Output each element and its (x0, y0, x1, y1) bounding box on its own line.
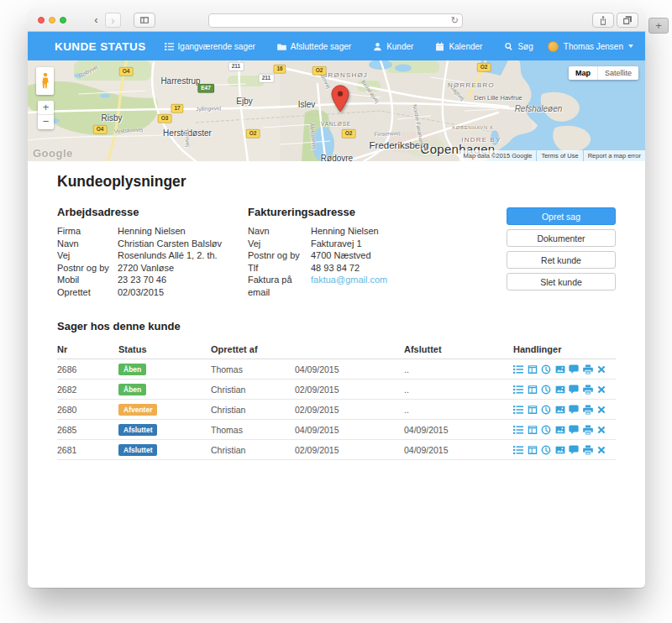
opret-sag-button[interactable]: Opret sag (507, 207, 616, 225)
nav-item-user[interactable]: Kunder (373, 42, 413, 51)
details-icon[interactable] (513, 364, 523, 374)
sidebar-toggle-button[interactable] (134, 13, 155, 28)
time-icon[interactable] (541, 445, 551, 455)
new-tab-button[interactable]: + (648, 18, 669, 34)
map-data-credit: Map data ©2015 Google (459, 150, 537, 161)
details-icon[interactable] (513, 445, 523, 455)
zoom-in-button[interactable]: + (38, 101, 54, 115)
print-icon[interactable] (583, 364, 593, 374)
share-button[interactable] (592, 13, 614, 28)
invoice-icon[interactable] (528, 385, 538, 395)
address-value: Henning Nielsen (118, 225, 186, 238)
column-header: Status (118, 344, 211, 354)
delete-icon[interactable] (596, 425, 606, 435)
comments-icon[interactable] (569, 405, 579, 415)
nav-item-search[interactable]: Søg (504, 42, 533, 51)
case-created-date: 02/09/2015 (295, 405, 404, 415)
reload-icon[interactable]: ↻ (451, 15, 459, 26)
print-icon[interactable] (583, 405, 593, 415)
details-icon[interactable] (513, 385, 523, 395)
zoom-out-button[interactable]: − (38, 115, 54, 129)
map-type-control: Map Satellite (569, 66, 638, 80)
case-created-date: 04/09/2015 (295, 425, 404, 435)
minimize-window-button[interactable] (49, 17, 55, 24)
case-created-date: 02/09/2015 (295, 445, 404, 455)
nav-item-label: Kalender (449, 42, 482, 51)
address-row: Postnr og by2720 Vanløse (57, 262, 248, 275)
close-window-button[interactable] (38, 17, 45, 24)
work-address-title: Arbejdsadresse (57, 206, 248, 218)
time-icon[interactable] (541, 405, 551, 415)
tasks-icon (165, 42, 174, 51)
address-row: NavnHenning Nielsen (248, 225, 435, 238)
dokumenter-button[interactable]: Dokumenter (507, 229, 616, 247)
brand-logo[interactable]: KUNDE STATUS (55, 40, 146, 53)
time-icon[interactable] (541, 425, 551, 435)
details-icon[interactable] (513, 425, 523, 435)
email-link[interactable]: faktua@gmail.com (311, 274, 387, 298)
terms-of-use-link[interactable]: Terms of Use (537, 150, 582, 161)
map-canvas[interactable]: CopenhagenFrederiksbergHarrestrupEjbyIsl… (28, 60, 645, 161)
photos-icon[interactable] (555, 405, 565, 415)
map-marker-pin[interactable] (331, 85, 349, 113)
delete-icon[interactable] (596, 385, 606, 395)
address-label: Mobil (57, 274, 118, 286)
nav-item-calendar[interactable]: Kalender (435, 42, 482, 51)
address-row: VejFakturavej 1 (248, 238, 435, 250)
ret-kunde-button[interactable]: Ret kunde (507, 251, 616, 269)
print-icon[interactable] (583, 385, 593, 395)
status-badge: Åben (118, 384, 146, 395)
street-view-pegman[interactable] (36, 67, 54, 95)
delete-icon[interactable] (596, 364, 606, 374)
user-menu[interactable]: Thomas Jensen (548, 41, 633, 52)
case-created-date: 04/09/2015 (295, 364, 404, 374)
delete-icon[interactable] (596, 405, 606, 415)
address-bar[interactable]: ↻ (208, 13, 463, 28)
delete-icon[interactable] (596, 445, 606, 455)
invoice-icon[interactable] (528, 364, 538, 374)
address-label: Tlf (248, 262, 311, 275)
time-icon[interactable] (541, 385, 551, 395)
table-row: 2685AfsluttetThomas04/09/201504/09/2015 (57, 420, 616, 440)
photos-icon[interactable] (555, 364, 565, 374)
time-icon[interactable] (541, 364, 551, 374)
photos-icon[interactable] (555, 425, 565, 435)
column-header: Oprettet af (211, 344, 295, 354)
comments-icon[interactable] (569, 445, 579, 455)
case-actions (513, 385, 616, 395)
photos-icon[interactable] (555, 385, 565, 395)
map-type-map-button[interactable]: Map (569, 66, 597, 80)
slet-kunde-button[interactable]: Slet kunde (507, 273, 616, 291)
zoom-window-button[interactable] (60, 17, 66, 24)
print-icon[interactable] (583, 425, 593, 435)
road-badge: 211 (259, 74, 275, 83)
show-tabs-button[interactable] (617, 13, 638, 28)
map-type-satellite-button[interactable]: Satellite (597, 66, 638, 80)
back-button[interactable]: ‹ (88, 13, 104, 28)
nav-item-folder[interactable]: Afsluttede sager (277, 42, 351, 51)
case-created-by: Christian (211, 405, 295, 415)
invoice-icon[interactable] (528, 425, 538, 435)
print-icon[interactable] (583, 445, 593, 455)
report-map-error-link[interactable]: Report a map error (584, 150, 645, 161)
comments-icon[interactable] (569, 385, 579, 395)
address-value: 2720 Vanløse (118, 262, 174, 275)
invoice-icon[interactable] (528, 405, 538, 415)
nav-item-tasks[interactable]: Igangværende sager (165, 42, 255, 51)
comments-icon[interactable] (569, 425, 579, 435)
browser-toolbar: ‹ › ↻ (28, 8, 645, 32)
photos-icon[interactable] (555, 445, 565, 455)
chevron-down-icon (628, 44, 633, 48)
case-status-cell: Afsluttet (118, 444, 211, 456)
road-badge: O2 (342, 129, 356, 139)
invoice-icon[interactable] (528, 445, 538, 455)
forward-button[interactable]: › (105, 13, 121, 28)
road-badge: O4 (93, 125, 108, 134)
nav-item-label: Kunder (386, 42, 413, 51)
desktop-background: + ‹ › ↻ KUNDE STATUS Igangværende sagerA… (0, 0, 672, 623)
cases-table-body: 2686ÅbenThomas04/09/2015..2682ÅbenChrist… (57, 359, 616, 460)
case-created-by: Christian (211, 385, 295, 395)
details-icon[interactable] (513, 405, 523, 415)
comments-icon[interactable] (569, 364, 579, 374)
column-header: Handlinger (513, 344, 616, 354)
